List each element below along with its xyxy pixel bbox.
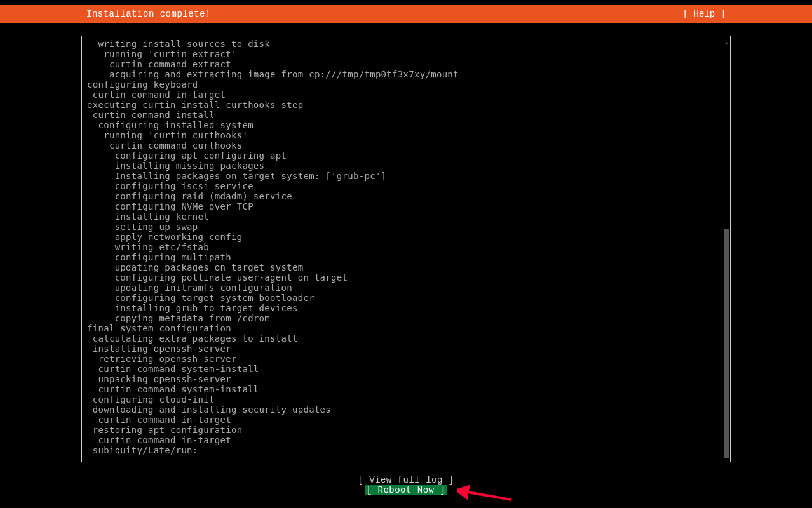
install-log-text: writing install sources to disk running … [87,39,725,455]
help-button[interactable]: [ Help ] [683,9,807,19]
scrollbar-thumb[interactable] [724,229,729,458]
scrollbar-track[interactable]: ▴ [724,39,729,459]
footer-actions: [ View full log ] [ Reboot Now ] [81,475,731,495]
reboot-now-button[interactable]: [ Reboot Now ] [365,485,447,495]
scrollbar-up-icon[interactable]: ▴ [725,39,729,46]
view-full-log-button[interactable]: [ View full log ] [358,475,454,485]
install-log-box: writing install sources to disk running … [81,36,731,462]
window-top-border [0,0,812,5]
header-bar: Installation complete! [ Help ] [0,5,812,23]
main-content: writing install sources to disk running … [0,23,812,495]
page-title: Installation complete! [5,9,211,19]
